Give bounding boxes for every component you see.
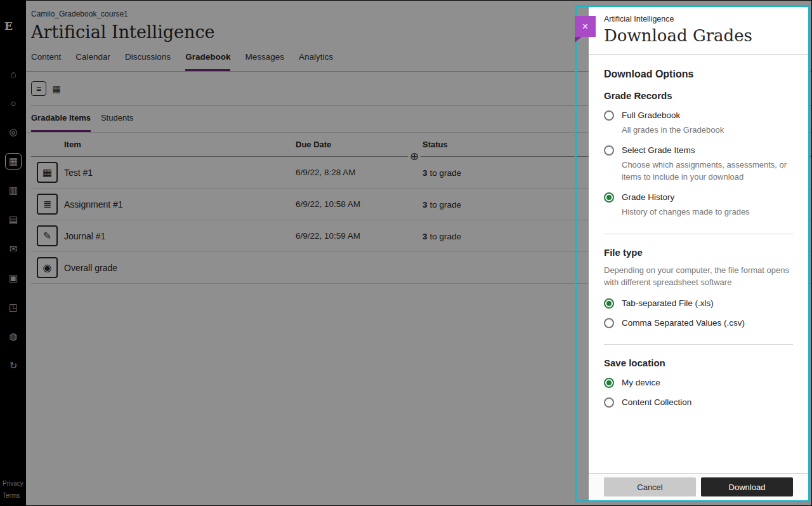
radio-select-grade-items[interactable]: Select Grade Items Choose which assignme… xyxy=(604,145,793,183)
file-type-description: Depending on your computer, the file for… xyxy=(604,264,793,289)
radio-icon xyxy=(604,145,614,156)
radio-icon xyxy=(604,397,614,408)
file-type-heading: File type xyxy=(604,247,793,258)
close-icon: × xyxy=(582,21,588,32)
panel-header: Artificial Intelligence Download Grades xyxy=(589,7,808,55)
radio-icon xyxy=(604,110,614,121)
radio-icon xyxy=(604,318,614,328)
panel-footer: Cancel Download xyxy=(589,473,808,500)
download-button[interactable]: Download xyxy=(701,477,793,496)
panel-body: Download Options Grade Records Full Grad… xyxy=(589,55,808,473)
panel-course-label: Artificial Intelligence xyxy=(604,15,793,23)
divider xyxy=(604,344,793,345)
download-options-heading: Download Options xyxy=(604,69,793,80)
radio-content-collection[interactable]: Content Collection xyxy=(604,397,793,408)
radio-icon-selected xyxy=(604,298,614,309)
divider xyxy=(604,234,793,234)
radio-icon-selected xyxy=(604,192,614,203)
close-panel-button[interactable]: × xyxy=(575,16,596,37)
radio-full-gradebook[interactable]: Full Gradebook All grades in the Gradebo… xyxy=(604,110,793,136)
download-grades-panel: Artificial Intelligence Download Grades … xyxy=(589,7,808,500)
radio-tab-separated[interactable]: Tab-separated File (.xls) xyxy=(604,298,793,309)
panel-title: Download Grades xyxy=(604,26,793,45)
radio-icon-selected xyxy=(604,378,614,388)
screen: E ⌂ ○ ◎ ▦ ▥ ▤ ✉ ▣ ◳ ◍ ↻ Privacy Terms Ca… xyxy=(0,0,812,506)
grade-records-heading: Grade Records xyxy=(604,90,793,101)
radio-my-device[interactable]: My device xyxy=(604,377,793,389)
radio-comma-separated[interactable]: Comma Separated Values (.csv) xyxy=(604,317,793,329)
cancel-button[interactable]: Cancel xyxy=(604,477,696,496)
save-location-heading: Save location xyxy=(604,357,793,368)
radio-grade-history[interactable]: Grade History History of changes made to… xyxy=(604,192,793,218)
